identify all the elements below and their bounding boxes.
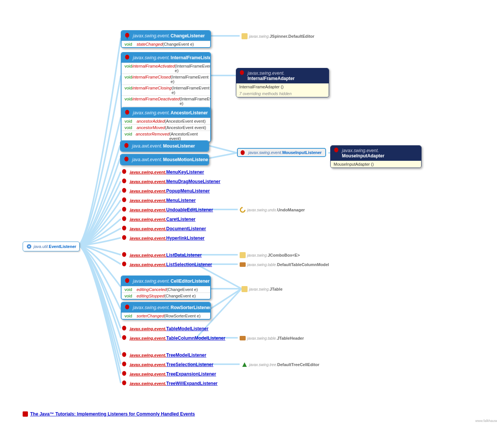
- svg-point-43: [122, 352, 126, 357]
- method-row: voideditingCanceled(ChangeEvent e): [122, 286, 210, 293]
- balloon-icon: [238, 70, 245, 77]
- connector-icon: [240, 262, 246, 268]
- balloon-icon: [121, 335, 128, 342]
- balloon-icon: [124, 109, 131, 116]
- celleditorlistener-box: javax.swing.event. CellEditorListener vo…: [121, 276, 211, 300]
- balloon-icon: [121, 188, 128, 194]
- balloon-icon: [124, 54, 131, 61]
- footer-tutorial-link[interactable]: The Java™ Tutorials: Implementing Listen…: [23, 411, 195, 417]
- svg-point-16: [125, 33, 129, 38]
- simple-listener-caretlistener[interactable]: javax.swing.event.CaretListener: [121, 216, 195, 223]
- connector-icon: [240, 252, 246, 258]
- jtableheader-label: javax.swing.table. JTableHeader: [240, 335, 304, 341]
- cel-header: javax.swing.event. CellEditorListener: [122, 276, 210, 286]
- svg-point-18: [125, 55, 129, 60]
- connector-icon: [242, 33, 248, 39]
- rsl-header: javax.swing.event. RowSorterListener: [122, 303, 210, 313]
- balloon-icon: [239, 150, 246, 157]
- balloon-icon: [123, 143, 130, 149]
- simple-listener-menulistener[interactable]: javax.swing.event.MenuListener: [121, 197, 196, 204]
- svg-line-2: [208, 145, 237, 153]
- svg-rect-36: [240, 262, 246, 267]
- footer-link-text[interactable]: The Java™ Tutorials: Implementing Listen…: [30, 411, 195, 417]
- treecelleditor-label: javax.swing.tree. DefaultTreeCellEditor: [242, 362, 319, 368]
- jcombobox-label: javax.swing. JComboBox<E>: [240, 252, 300, 258]
- method-row: voidinternalFrameDeactivated(InternalFra…: [122, 95, 210, 106]
- balloon-icon: [121, 216, 128, 223]
- svg-rect-42: [240, 336, 246, 340]
- svg-point-28: [122, 197, 126, 202]
- connector-lines: [0, 0, 497, 448]
- balloon-icon: [121, 235, 128, 242]
- svg-point-33: [122, 252, 126, 257]
- simple-listener-treeexpansionlistener[interactable]: javax.swing.event.TreeExpansionListener: [121, 371, 216, 377]
- simple-listener-tablecolumnmodellistener[interactable]: javax.swing.event.TableColumnModelListen…: [121, 335, 225, 342]
- defaulttcm-label: javax.swing.table. DefaultTableColumnMod…: [240, 262, 329, 268]
- svg-point-44: [122, 362, 126, 366]
- balloon-icon: [123, 156, 130, 163]
- svg-point-25: [122, 169, 126, 174]
- simple-listener-treemodellistener[interactable]: javax.swing.event.TreeModelListener: [121, 352, 206, 359]
- method-row: voidinternalFrameClosing(InternalFrameEv…: [122, 85, 210, 95]
- oracle-icon: [23, 411, 28, 417]
- svg-point-26: [122, 179, 126, 183]
- svg-point-45: [122, 371, 126, 376]
- simple-listener-treewillexpandlistener[interactable]: javax.swing.event.TreeWillExpandListener: [121, 380, 218, 387]
- simple-listener-undoableeditlistener[interactable]: javax.swing.event.UndoableEditListener: [121, 206, 213, 213]
- balloon-icon: [124, 32, 131, 39]
- balloon-icon: [124, 304, 131, 311]
- gear-icon: [26, 243, 32, 249]
- svg-point-40: [122, 326, 126, 331]
- ancestorlistener-box: javax.swing.event. AncestorListener void…: [121, 107, 211, 142]
- simple-listener-popupmenulistener[interactable]: javax.swing.event.PopupMenuListener: [121, 188, 210, 194]
- simple-listener-listdatalistener[interactable]: javax.swing.event.ListDataListener: [121, 252, 202, 259]
- svg-line-10: [209, 289, 242, 309]
- method-row: voidancestorAdded(AncestorEvent event): [122, 118, 210, 124]
- al-header: javax.swing.event. AncestorListener: [122, 108, 210, 118]
- svg-rect-38: [242, 286, 248, 292]
- mia-header: javax.swing.event. MouseInputAdapter: [331, 146, 421, 161]
- simple-listener-menudragmouselistener[interactable]: javax.swing.event.MenuDragMouseListener: [121, 178, 220, 185]
- svg-rect-17: [242, 33, 248, 39]
- balloon-icon: [121, 371, 128, 377]
- balloon-icon: [124, 278, 131, 285]
- root-cls: EventListener: [49, 244, 76, 249]
- balloon-icon: [333, 147, 340, 154]
- method-row: voidancestorMoved(AncestorEvent event): [122, 124, 210, 131]
- svg-point-34: [122, 262, 126, 266]
- svg-point-21: [125, 143, 129, 148]
- mousemotionlistener-box: java.awt.event. MouseMotionListener: [120, 154, 209, 165]
- balloon-icon: [121, 206, 128, 213]
- svg-point-41: [122, 335, 126, 340]
- undo-label: javax.swing.undo. UndoManager: [240, 207, 305, 213]
- svg-point-15: [28, 246, 30, 247]
- mouseinputadapter-box: javax.swing.event. MouseInputAdapter Mou…: [330, 145, 422, 168]
- undo-icon: [240, 207, 246, 213]
- svg-point-27: [122, 188, 126, 193]
- balloon-icon: [121, 252, 128, 259]
- svg-point-19: [240, 70, 244, 75]
- svg-point-32: [122, 235, 126, 240]
- svg-point-37: [125, 278, 129, 283]
- simple-listener-treeselectionlistener[interactable]: javax.swing.event.TreeSelectionListener: [121, 361, 213, 368]
- rowsorterlistener-box: javax.swing.event. RowSorterListener voi…: [121, 302, 211, 320]
- ifl-header: javax.swing.event. InternalFrameListener: [122, 53, 210, 63]
- balloon-icon: [121, 178, 128, 185]
- method-row: voideditingStopped(ChangeEvent e): [122, 293, 210, 299]
- mia-ctor: MouseInputAdapter (): [331, 161, 421, 168]
- ifa-header: javax.swing.event. InternalFrameAdapter: [236, 68, 329, 83]
- root-pkg: java.util.: [34, 244, 49, 249]
- simple-listener-listselectionlistener[interactable]: javax.swing.event.ListSelectionListener: [121, 261, 212, 268]
- svg-point-31: [122, 226, 126, 231]
- simple-listener-tablemodellistener[interactable]: javax.swing.event.TableModelListener: [121, 325, 208, 332]
- ml-header: java.awt.event. MouseListener: [121, 141, 208, 151]
- root-eventlistener: java.util. EventListener: [23, 242, 80, 251]
- method-row: void stateChanged (ChangeEvent e): [122, 41, 210, 47]
- watermark: www.falkhausen.de: [475, 419, 497, 423]
- method-row: voidancestorRemoved(AncestorEvent event): [122, 131, 210, 142]
- simple-listener-hyperlinklistener[interactable]: javax.swing.event.HyperlinkListener: [121, 235, 205, 242]
- simple-listener-documentlistener[interactable]: javax.swing.event.DocumentListener: [121, 225, 206, 232]
- simple-listener-menukeylistener[interactable]: javax.swing.event.MenuKeyListener: [121, 169, 204, 176]
- balloon-icon: [121, 325, 128, 332]
- mml-header: java.awt.event. MouseMotionListener: [121, 155, 208, 165]
